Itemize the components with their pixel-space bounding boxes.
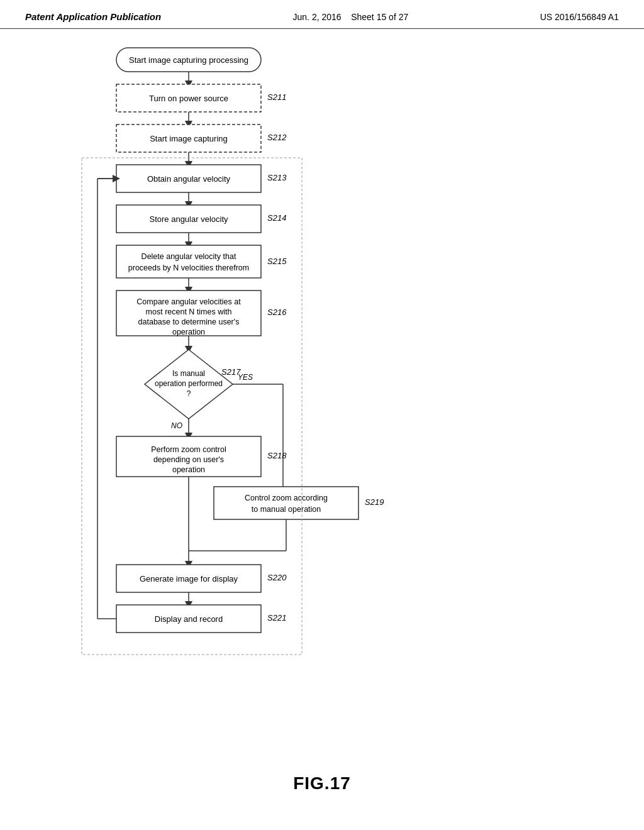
label-s221: S221 bbox=[267, 613, 286, 622]
header-title: Patent Application Publication bbox=[25, 11, 161, 22]
page-header: Patent Application Publication Jun. 2, 2… bbox=[0, 0, 644, 29]
text-s217-1: Is manual bbox=[172, 369, 205, 378]
text-s214: Store angular velocity bbox=[149, 214, 228, 224]
text-s212: Start image capturing bbox=[150, 134, 228, 143]
label-s220: S220 bbox=[267, 573, 287, 582]
text-s221: Display and record bbox=[155, 614, 223, 624]
flowchart-svg: Start image capturing processing Turn on… bbox=[0, 42, 440, 752]
flowchart-container: Start image capturing processing Turn on… bbox=[0, 42, 644, 755]
label-s213: S213 bbox=[267, 173, 287, 182]
text-s217-2: operation performed bbox=[155, 379, 223, 388]
figure-caption: FIG.17 bbox=[0, 773, 644, 794]
text-s218-3: operation bbox=[172, 465, 205, 474]
label-s214: S214 bbox=[267, 213, 286, 223]
label-s212: S212 bbox=[267, 133, 287, 142]
start-label: Start image capturing processing bbox=[129, 55, 248, 65]
header-date: Jun. 2, 2016 bbox=[293, 12, 341, 22]
text-s219-2: to manual operation bbox=[252, 505, 321, 514]
text-s215-1: Delete angular velocity that bbox=[142, 252, 236, 261]
header-patent-number: US 2016/156849 A1 bbox=[540, 12, 619, 22]
text-s213: Obtain angular velocity bbox=[147, 174, 231, 184]
text-s219-1: Control zoom according bbox=[245, 494, 328, 502]
label-s215: S215 bbox=[267, 257, 287, 266]
header-sheet: Sheet 15 of 27 bbox=[351, 12, 408, 22]
label-s219: S219 bbox=[365, 497, 384, 507]
label-s218: S218 bbox=[267, 451, 287, 460]
text-s216-3: database to determine user's bbox=[138, 318, 240, 326]
text-s218-2: depending on user's bbox=[153, 455, 224, 464]
text-s218-1: Perform zoom control bbox=[151, 445, 226, 454]
text-s217-3: ? bbox=[187, 389, 191, 398]
text-s216-4: operation bbox=[172, 328, 205, 336]
text-s211: Turn on power source bbox=[149, 94, 228, 103]
header-date-sheet: Jun. 2, 2016 Sheet 15 of 27 bbox=[293, 12, 409, 22]
text-s216-2: most recent N times with bbox=[146, 307, 232, 316]
label-no: NO bbox=[171, 421, 182, 430]
text-s220: Generate image for display bbox=[140, 574, 238, 584]
box-s215 bbox=[116, 245, 261, 278]
label-yes: YES bbox=[238, 373, 253, 382]
text-s215-2: proceeds by N velocities therefrom bbox=[128, 263, 249, 272]
label-s216: S216 bbox=[267, 307, 287, 317]
text-s216-1: Compare angular velocities at bbox=[136, 297, 241, 306]
label-s211: S211 bbox=[267, 92, 286, 102]
box-s219 bbox=[214, 487, 358, 519]
